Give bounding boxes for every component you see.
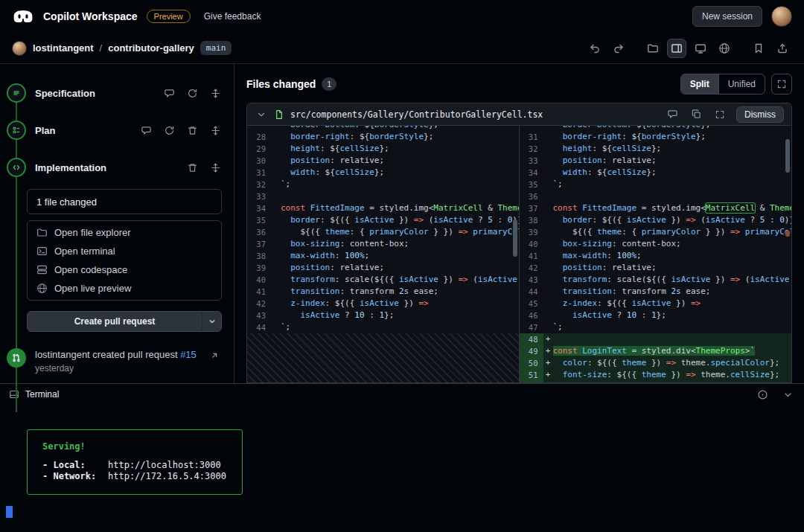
file-header-actions: Dismiss [665,106,784,123]
open-live-preview-link[interactable]: Open live preview [28,279,221,298]
line-number: 35 [247,214,271,226]
diff-line: 43 transform: scale(${({ isActive }) => … [520,274,792,286]
move-button[interactable] [208,86,222,100]
share-button[interactable] [773,39,792,58]
diff-marker [543,262,553,274]
collapse-file-button[interactable] [255,108,268,121]
pr-number-link[interactable]: #15 [180,349,197,360]
code-line: isActive ? 10 : 1}; [553,310,792,321]
line-number: 28 [247,131,271,143]
create-pull-request-button[interactable]: Create pull request [27,311,222,332]
diff-view-controls: Split Unified [680,74,792,94]
topbar-right: New session [692,6,792,27]
code-line: box-sizing: content-box; [553,238,792,250]
fullscreen-button[interactable] [771,74,792,94]
pr-activity-item[interactable]: lostintangent created pull request #15 y… [0,348,234,375]
diff-marker [543,250,553,262]
right-pane-scrollbar-thumb[interactable] [785,139,790,173]
move-button[interactable] [208,124,222,137]
files-changed-summary[interactable]: 1 file changed [27,189,222,214]
pr-activity-text: lostintangent created pull request #15 y… [35,348,198,375]
live-preview-toggle[interactable] [715,39,734,58]
diff-line: border-bottom: ${borderStyle}; [247,126,519,131]
comment-button[interactable] [162,86,176,100]
give-feedback-link[interactable]: Give feedback [204,11,261,22]
network-url[interactable]: http://172.16.5.4:3000 [108,471,226,482]
codespace-panel-toggle[interactable] [691,39,710,58]
branch-badge[interactable]: main [200,41,232,55]
delete-button[interactable] [185,161,199,174]
file-explorer-toggle[interactable] [643,39,663,58]
expand-file-button[interactable] [712,107,727,122]
diff-marker [543,274,553,286]
file-path[interactable]: src/components/Gallery/ContributorGaller… [290,109,543,120]
left-pane-scrollbar-thumb[interactable] [513,219,517,257]
regenerate-button[interactable] [162,124,176,137]
terminal-bar: Terminal [0,384,804,405]
breadcrumb-owner[interactable]: lostintangent [33,42,94,54]
line-number: 34 [247,202,271,214]
plan-icon [7,121,26,140]
link-label: Open file explorer [54,227,131,238]
diff-marker [271,226,281,238]
diff-line: 31 border-right: ${borderStyle}; [520,131,792,143]
open-pr-external-button[interactable] [207,348,222,363]
files-changed-header: Files changed 1 Split Unified [234,64,804,103]
code-line: `; [553,321,792,333]
diff-line: 37 box-sizing: content-box; [247,238,519,250]
redo-button[interactable] [609,39,628,58]
dismiss-button[interactable]: Dismiss [736,106,784,123]
line-number: 51 [520,369,543,381]
diff-marker [271,298,281,310]
regenerate-button[interactable] [185,86,199,100]
breadcrumb-repo[interactable]: contributor-gallery [108,42,194,54]
sidebar-step-specification[interactable]: Specification [0,74,234,112]
copy-path-button[interactable] [689,107,704,122]
terminal-status-button[interactable] [755,387,770,402]
file-comment-button[interactable] [665,107,680,122]
diff-line: 36 ${({ theme: { primaryColor } }) => pr… [247,226,519,238]
code-line: border-right: ${borderStyle}; [553,131,792,143]
terminal-content[interactable]: Serving! - Local: http://localhost:3000 … [0,405,804,532]
split-view-button[interactable]: Split [681,74,718,94]
line-number: 31 [520,131,543,143]
breadcrumb-separator: / [100,42,103,54]
sidebar-step-implementation[interactable]: Implementation [0,149,234,186]
open-terminal-link[interactable]: Open terminal [28,242,221,260]
diff-pane-left[interactable]: border-bottom: ${borderStyle};28 border-… [247,126,520,382]
code-line: border-right: ${borderStyle}; [281,131,519,143]
line-number: 36 [520,190,543,202]
diff-line-added: 52+ position: absolute; [520,381,792,382]
delete-button[interactable] [185,124,199,137]
open-file-explorer-link[interactable]: Open file explorer [28,223,221,242]
preview-panel-toggle[interactable] [667,39,686,58]
diff-line: 45 z-index: ${({ isActive }) => [520,298,792,310]
diff-line: 28 border-right: ${borderStyle}; [247,131,519,143]
create-pr-dropdown[interactable] [202,312,221,331]
move-button[interactable] [208,161,222,174]
specification-icon [7,83,26,103]
undo-button[interactable] [585,39,604,58]
local-url[interactable]: http://localhost:3000 [108,460,221,471]
move-icon [210,162,221,173]
open-codespace-link[interactable]: Open codespace [28,260,221,279]
diff-line: 44 transition: transform 2s ease; [520,286,792,298]
empty-diff-filler [247,333,519,382]
diff-pane-right[interactable]: border-bottom: ${borderStyle};31 border-… [520,126,792,382]
local-label: - Local: [42,460,108,471]
comment-button[interactable] [139,124,153,137]
step-actions [185,161,222,174]
chevron-down-icon [257,110,266,119]
user-avatar[interactable] [771,6,792,27]
line-number: 38 [520,214,543,226]
link-label: Open codespace [54,264,127,275]
code-line: transform: scale(${({ isActive }) => (is… [553,274,792,286]
code-line: height: ${cellSize}; [553,143,792,155]
bookmark-button[interactable] [749,39,768,58]
line-number: 31 [247,167,271,179]
sidebar-step-plan[interactable]: Plan [0,112,234,149]
new-session-button[interactable]: New session [692,6,762,27]
unified-view-button[interactable]: Unified [718,74,765,94]
collapse-terminal-button[interactable] [780,387,795,402]
diff-line: 40 box-sizing: content-box; [520,238,792,250]
